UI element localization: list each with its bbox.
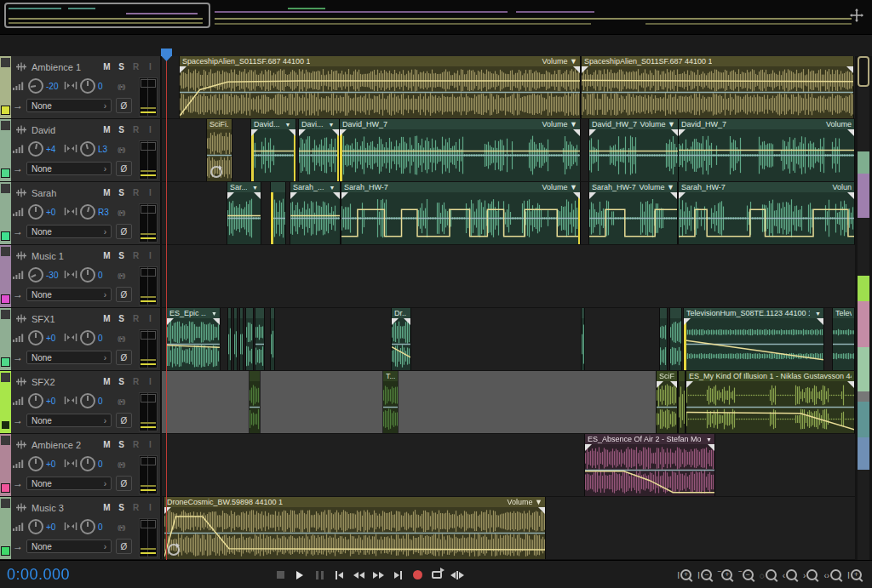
phase-invert-button[interactable]: Ø bbox=[116, 287, 132, 302]
monitor-input-button[interactable]: I bbox=[145, 440, 156, 449]
pan-knob[interactable] bbox=[80, 141, 95, 157]
session-overview[interactable] bbox=[0, 0, 872, 35]
clip-menu-arrow-icon[interactable]: ▼ bbox=[285, 122, 291, 128]
zoom-reset-button[interactable]: ◌ bbox=[760, 569, 777, 580]
mute-button[interactable]: M bbox=[101, 125, 112, 134]
fade-in-handle[interactable] bbox=[251, 129, 258, 136]
fade-out-handle[interactable] bbox=[573, 129, 580, 136]
audio-clip[interactable]: SpaceshipAlien_S011SF.687 44100 1Volume … bbox=[180, 56, 580, 118]
fade-in-handle[interactable] bbox=[392, 318, 399, 325]
solo-button[interactable]: S bbox=[116, 188, 127, 197]
fade-out-handle[interactable] bbox=[847, 381, 854, 388]
track-overview-segment[interactable] bbox=[858, 174, 869, 218]
fast-forward-button[interactable] bbox=[372, 572, 384, 579]
arm-record-button[interactable]: R bbox=[130, 440, 141, 449]
rewind-button[interactable] bbox=[353, 572, 364, 579]
fade-out-handle[interactable] bbox=[847, 129, 854, 136]
mute-button[interactable]: M bbox=[101, 188, 112, 197]
navigator-icon[interactable] bbox=[848, 7, 865, 24]
mute-button[interactable]: M bbox=[101, 440, 112, 449]
scrollbar-thumb[interactable] bbox=[858, 56, 869, 87]
pan-knob[interactable] bbox=[80, 456, 95, 471]
clip-menu-arrow-icon[interactable]: ▼ bbox=[706, 437, 712, 442]
audio-clip[interactable] bbox=[240, 308, 243, 370]
monitor-input-button[interactable]: I bbox=[145, 62, 156, 71]
mute-button[interactable]: M bbox=[101, 62, 112, 71]
audio-clip[interactable]: SciF... bbox=[657, 371, 677, 433]
mute-button[interactable]: M bbox=[101, 251, 112, 260]
clip-envelope-label[interactable]: Volume ▼ bbox=[539, 120, 577, 128]
volume-knob[interactable] bbox=[28, 519, 43, 534]
mute-button[interactable]: M bbox=[101, 377, 112, 386]
audio-clip[interactable] bbox=[255, 308, 264, 370]
track-output-dropdown[interactable]: None› bbox=[26, 162, 112, 175]
audio-clip[interactable] bbox=[228, 308, 231, 370]
play-button[interactable] bbox=[294, 571, 306, 579]
track-overview-segment[interactable] bbox=[858, 402, 869, 437]
track-output-dropdown[interactable]: None› bbox=[26, 477, 112, 490]
phase-invert-button[interactable]: Ø bbox=[116, 539, 132, 554]
track-lane-sfx1[interactable]: ES_Epic ...▼Dr..TelevisionHum_S08TE.1123… bbox=[162, 308, 855, 370]
arm-record-button[interactable]: R bbox=[130, 188, 141, 197]
audio-clip[interactable] bbox=[679, 371, 685, 433]
fade-in-handle[interactable] bbox=[290, 192, 297, 199]
fade-out-handle[interactable] bbox=[573, 66, 580, 73]
monitor-input-button[interactable]: I bbox=[145, 377, 156, 386]
track-color-chip[interactable] bbox=[1, 546, 10, 556]
track-color-chip[interactable] bbox=[1, 483, 10, 493]
vertical-navigator-scrollbar[interactable] bbox=[855, 56, 872, 560]
fade-out-handle[interactable] bbox=[573, 192, 580, 199]
stop-button[interactable] bbox=[274, 571, 286, 579]
clip-envelope-label[interactable]: Volume ▼ bbox=[539, 183, 577, 191]
track-drag-handle[interactable] bbox=[1, 58, 10, 67]
clip-envelope-label[interactable]: Volume bbox=[823, 120, 852, 128]
track-overview-segment[interactable] bbox=[858, 437, 869, 470]
arm-record-button[interactable]: R bbox=[130, 314, 141, 323]
fade-out-handle[interactable] bbox=[333, 192, 340, 199]
audio-clip[interactable]: David_HW_7Volume ▼ bbox=[589, 119, 678, 181]
track-color-strip[interactable] bbox=[0, 308, 11, 370]
fade-in-handle[interactable] bbox=[679, 129, 686, 136]
zoom-in-amplitude-button[interactable]: Ⅰ+ bbox=[677, 569, 691, 580]
fade-in-handle[interactable] bbox=[589, 129, 596, 136]
track-color-chip[interactable] bbox=[1, 420, 10, 430]
fade-in-handle[interactable] bbox=[227, 192, 234, 199]
fade-in-handle[interactable] bbox=[299, 129, 306, 136]
audio-clip[interactable] bbox=[582, 308, 584, 370]
audio-clip[interactable]: Sarah_...▼ bbox=[290, 182, 340, 244]
skip-selection-button[interactable] bbox=[450, 571, 464, 579]
audio-clip[interactable] bbox=[670, 308, 681, 370]
pan-knob[interactable] bbox=[80, 393, 95, 408]
solo-button[interactable]: S bbox=[116, 251, 127, 260]
audio-clip[interactable]: Davi...▼ bbox=[299, 119, 339, 181]
track-color-strip[interactable] bbox=[0, 119, 11, 181]
audio-clip[interactable]: Televis bbox=[833, 308, 854, 370]
monitor-input-button[interactable]: I bbox=[145, 125, 156, 134]
clip-envelope-label[interactable]: Volume ▼ bbox=[504, 498, 542, 506]
solo-button[interactable]: S bbox=[116, 377, 127, 386]
track-drag-handle[interactable] bbox=[1, 436, 10, 445]
track-output-dropdown[interactable]: None› bbox=[26, 225, 112, 238]
audio-clip[interactable]: SciFi. bbox=[207, 119, 232, 181]
clip-menu-arrow-icon[interactable]: ▼ bbox=[329, 122, 335, 128]
track-drag-handle[interactable] bbox=[1, 310, 10, 319]
fade-in-handle[interactable] bbox=[684, 318, 691, 325]
clip-envelope-label[interactable]: Volume ▼ bbox=[637, 120, 675, 128]
track-color-chip[interactable] bbox=[1, 106, 10, 115]
monitor-input-button[interactable]: I bbox=[145, 251, 156, 260]
fade-in-handle[interactable] bbox=[657, 381, 663, 388]
audio-clip[interactable]: Sar...▼ bbox=[227, 182, 261, 244]
fade-out-handle[interactable] bbox=[846, 66, 853, 73]
fade-out-handle[interactable] bbox=[670, 192, 677, 199]
arm-record-button[interactable]: R bbox=[130, 251, 141, 260]
track-output-dropdown[interactable]: None› bbox=[26, 414, 112, 427]
track-overview-segment[interactable] bbox=[858, 151, 869, 174]
audio-clip[interactable] bbox=[271, 182, 285, 244]
audio-clip[interactable]: Dr.. bbox=[392, 308, 410, 370]
volume-knob[interactable] bbox=[28, 267, 43, 283]
audio-clip[interactable]: DroneCosmic_BW.59898 44100 1Volume ▼ bbox=[164, 497, 545, 559]
fade-in-handle[interactable] bbox=[589, 192, 596, 199]
track-lane-music-1[interactable] bbox=[162, 245, 855, 307]
track-overview-segment[interactable] bbox=[858, 301, 869, 347]
track-color-chip[interactable] bbox=[1, 231, 10, 241]
